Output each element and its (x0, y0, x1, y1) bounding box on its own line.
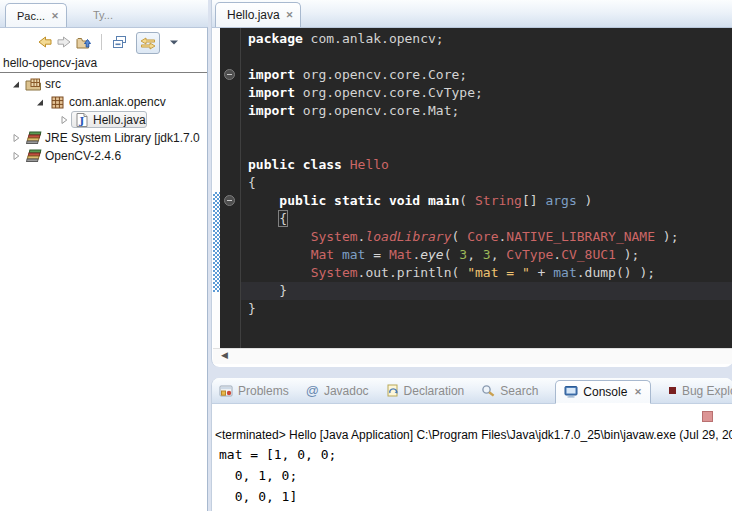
code-text: org.opencv.core.Core; (295, 67, 467, 82)
tree-item-com.anlak.opencv[interactable]: com.anlak.opencv (0, 93, 207, 111)
code-text (248, 211, 279, 226)
code-line-13: Mat mat = Mat.eye( 3, 3, CvType.CV_8UC1 … (241, 246, 732, 264)
code-line-2 (241, 48, 732, 66)
code-text: com.anlak.opencv; (303, 31, 444, 46)
expanded-arrow-icon[interactable] (8, 76, 24, 92)
console-status-line: <terminated> Hello [Java Application] C:… (215, 428, 732, 442)
console-tabbar: Problems@JavadocDeclarationSearchConsole… (212, 378, 732, 404)
tab-package-explorer-label: Pac... (17, 10, 45, 22)
code-line-15: } (241, 282, 732, 300)
code-type: CV_8UC1 (561, 247, 616, 262)
view-menu-button[interactable] (169, 32, 179, 52)
code-text: .out.println( (358, 265, 468, 280)
library-icon (25, 148, 42, 164)
code-type: Mat (389, 247, 412, 262)
java-file-icon: J (73, 112, 90, 128)
collapsed-arrow-icon[interactable] (8, 148, 24, 164)
collapse-all-button[interactable] (112, 32, 128, 52)
code-line-16: } (241, 300, 732, 318)
tree-item-opencv-2.4.6[interactable]: OpenCV-2.4.6 (0, 147, 207, 165)
code-text (342, 157, 350, 172)
code-variable: mat (553, 265, 576, 280)
code-string: "mat = " (467, 265, 530, 280)
code-text (248, 229, 311, 244)
library-icon (25, 130, 42, 146)
close-icon[interactable]: ✕ (286, 10, 294, 20)
tree-item-label: OpenCV-2.4.6 (45, 148, 121, 164)
code-keyword: import (248, 85, 295, 100)
scroll-left-arrow-icon[interactable]: ◀ (221, 350, 228, 360)
console-tab-bug-explorer[interactable]: Bug Explorer (668, 384, 732, 398)
console-tab-search[interactable]: Search (481, 384, 538, 398)
code-variable: mat (342, 247, 365, 262)
tree-item-src[interactable]: src (0, 75, 207, 93)
tab-type-hierarchy[interactable]: Ty... (82, 3, 120, 27)
close-icon[interactable]: ✕ (634, 387, 642, 397)
code-text: = (365, 247, 388, 262)
editor-tab-label: Hello.java (227, 8, 280, 22)
code-line-12: System.loadLibrary( Core.NATIVE_LIBRARY_… (241, 228, 732, 246)
code-type: Core (467, 229, 498, 244)
code-text: . (553, 247, 561, 262)
code-number: 3 (459, 247, 467, 262)
console-tab-problems[interactable]: Problems (219, 384, 289, 398)
code-text: + (530, 265, 553, 280)
editor-tab-hello-java[interactable]: Hello.java ✕ (215, 2, 301, 27)
annotation-ruler[interactable] (213, 28, 220, 348)
code-keyword: public class (248, 157, 342, 172)
fold-ruler[interactable] (220, 28, 240, 348)
expanded-arrow-icon[interactable] (32, 94, 48, 110)
link-with-editor-button[interactable] (136, 32, 160, 54)
svg-text:J: J (78, 115, 84, 126)
tab-package-explorer[interactable]: Pac... ✕ (5, 3, 67, 27)
code-text (248, 247, 311, 262)
fold-collapse-icon[interactable] (224, 69, 235, 80)
code-text: } (248, 301, 256, 316)
forward-button[interactable] (56, 32, 73, 52)
src-folder-icon (25, 76, 42, 92)
code-keyword: public static void main (279, 193, 459, 208)
editor-area: Hello.java ✕ package com.anlak.opencv;im… (211, 0, 732, 367)
code-method: eye (420, 247, 443, 262)
package-explorer-view: Pac... ✕ Ty... hello-opencv-java srccom.… (0, 0, 208, 511)
problems-icon (219, 385, 233, 397)
console-tab-console[interactable]: Console✕ (555, 380, 651, 404)
code-text (248, 265, 311, 280)
collapsed-arrow-icon[interactable] (8, 130, 24, 146)
console-tab-declaration[interactable]: Declaration (386, 384, 465, 398)
code-text: ); (655, 229, 678, 244)
tab-type-hierarchy-label: Ty... (93, 9, 113, 21)
console-tab-label: Problems (238, 384, 289, 398)
console-tab-javadoc[interactable]: @Javadoc (306, 383, 369, 398)
tree-item-hello.java[interactable]: JHello.java (0, 111, 207, 129)
project-label[interactable]: hello-opencv-java (0, 56, 207, 73)
up-folder-icon (76, 35, 93, 50)
up-button[interactable] (76, 32, 93, 52)
code-text-area[interactable]: package com.anlak.opencv;import org.open… (241, 28, 732, 348)
code-type: System (311, 265, 358, 280)
method-range-indicator (213, 192, 220, 292)
forward-arrow-icon (56, 35, 73, 49)
code-text: ( (459, 193, 475, 208)
editor-horizontal-scrollbar[interactable]: ◀ (213, 348, 732, 364)
tree-item-jre-system-library-jdk1.7.0[interactable]: JRE System Library [jdk1.7.0 (0, 129, 207, 147)
eclipse-workbench: { "package_explorer": { "tab_label": "Pa… (0, 0, 732, 511)
code-type: CvType (506, 247, 553, 262)
code-line-1: package com.anlak.opencv; (241, 30, 732, 48)
toolbar-separator (101, 34, 102, 50)
collapsed-arrow-icon[interactable] (56, 112, 72, 128)
console-tab-label: Console (583, 385, 627, 399)
terminate-button[interactable] (702, 411, 713, 422)
code-keyword: package (248, 31, 303, 46)
code-line-11: { (241, 210, 732, 228)
code-type: System (311, 229, 358, 244)
code-line-5: import org.opencv.core.Mat; (241, 102, 732, 120)
code-line-10: public static void main( String[] args ) (241, 192, 732, 210)
code-keyword: import (248, 67, 295, 82)
code-line-7 (241, 138, 732, 156)
back-button[interactable] (36, 32, 53, 52)
fold-collapse-icon[interactable] (224, 195, 235, 206)
close-icon[interactable]: ✕ (51, 11, 59, 21)
tree-item-label: Hello.java (93, 112, 146, 128)
link-with-editor-icon (139, 37, 157, 50)
